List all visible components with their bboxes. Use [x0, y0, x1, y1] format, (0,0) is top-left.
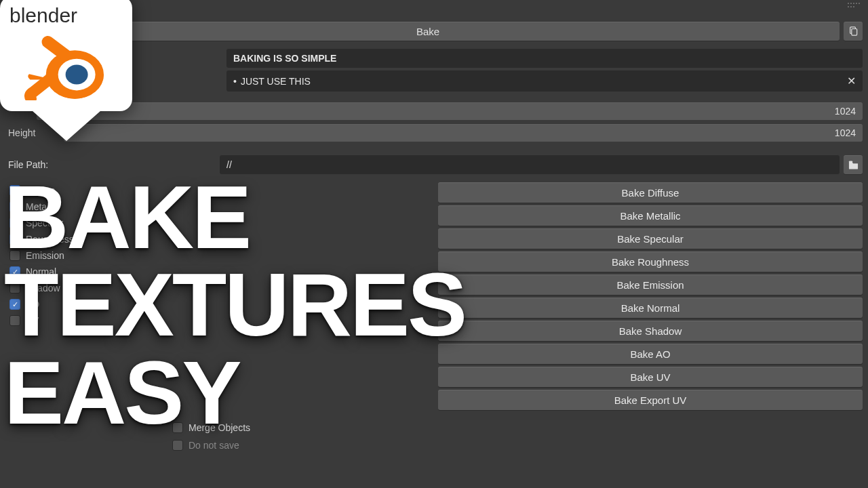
notice-title: BAKING IS SO SIMPLE — [226, 49, 863, 68]
browse-folder-button[interactable] — [844, 155, 863, 174]
channel-row-diffuse[interactable]: ✓Diffuse — [5, 184, 430, 197]
checkbox-label: Metallic — [26, 201, 58, 212]
merge-label: Merge Objects — [189, 422, 250, 433]
checkbox[interactable]: ✓ — [9, 266, 20, 277]
channel-checkbox-list: ✓Diffuse✓Metallic✓Specular✓RoughnessEmis… — [5, 182, 430, 410]
bake-button[interactable]: Bake Normal — [438, 298, 863, 318]
width-input[interactable] — [37, 102, 863, 120]
merge-objects-row[interactable]: Merge Objects — [168, 421, 863, 434]
checkbox[interactable]: ✓ — [9, 201, 20, 212]
checkbox[interactable]: ✓ — [9, 185, 20, 196]
filepath-label: File Path: — [5, 159, 216, 170]
bake-button[interactable]: Bake Shadow — [438, 321, 863, 341]
notice-sub-row: •JUST USE THIS ✕ — [226, 70, 863, 92]
checkbox-label: Shadow — [26, 283, 60, 293]
bake-button[interactable]: Bake Export UV — [438, 390, 863, 410]
channel-row-ao[interactable]: ✓AO — [5, 298, 430, 311]
checkbox[interactable]: ✓ — [9, 218, 20, 228]
checkbox-label: Roughness — [26, 234, 74, 245]
nosave-label: Do not save — [189, 440, 239, 451]
close-icon[interactable]: ✕ — [847, 75, 856, 87]
bake-button-list: Bake DiffuseBake MetallicBake SpecularBa… — [438, 182, 863, 410]
bake-button[interactable]: Bake AO — [438, 344, 863, 364]
checkbox-label: Normal — [26, 266, 56, 277]
svg-rect-1 — [852, 29, 857, 36]
checkbox[interactable] — [9, 250, 20, 261]
channel-row-emission[interactable]: Emission — [5, 249, 430, 262]
bake-button[interactable]: Bake Roughness — [438, 251, 863, 272]
svg-rect-2 — [848, 161, 852, 163]
checkbox-label: UV — [26, 315, 39, 326]
channel-row-normal[interactable]: ✓Normal — [5, 265, 430, 279]
bake-button[interactable]: Bake Diffuse — [438, 182, 863, 203]
channel-row-shadow[interactable]: Shadow — [5, 281, 430, 295]
channel-row-uv[interactable]: UV — [5, 314, 430, 327]
height-input[interactable] — [64, 124, 863, 142]
channel-row-specular[interactable]: ✓Specular — [5, 216, 430, 230]
copy-icon — [848, 26, 858, 36]
checkbox-label: Specular — [26, 218, 63, 228]
bake-header-button[interactable]: Bake — [16, 22, 840, 41]
bake-button[interactable]: Bake Specular — [438, 228, 863, 249]
blender-logo-icon — [16, 30, 117, 104]
checkbox-label: Emission — [26, 250, 64, 261]
checkbox[interactable]: ✓ — [9, 299, 20, 310]
checkbox[interactable]: ✓ — [9, 234, 20, 245]
svg-point-5 — [65, 65, 87, 85]
checkbox-label: AO — [26, 299, 39, 310]
channel-row-roughness[interactable]: ✓Roughness — [5, 232, 430, 246]
checkbox-label: Diffuse — [26, 185, 55, 196]
filepath-input[interactable] — [220, 155, 840, 174]
bake-button[interactable]: Bake Emission — [438, 274, 863, 295]
notice-sub-text: JUST USE THIS — [241, 76, 311, 87]
folder-icon — [848, 160, 859, 169]
bake-button[interactable]: Bake Metallic — [438, 205, 863, 226]
checkbox[interactable] — [9, 315, 20, 326]
bake-button[interactable]: Bake UV — [438, 367, 863, 387]
checkbox[interactable] — [9, 283, 20, 293]
blender-badge: blender — [0, 0, 136, 148]
channel-row-metallic[interactable]: ✓Metallic — [5, 200, 430, 214]
nosave-checkbox — [172, 440, 183, 451]
merge-checkbox[interactable] — [172, 422, 183, 433]
panel-grip-icon[interactable] — [848, 3, 861, 8]
do-not-save-row: Do not save — [168, 439, 863, 452]
presets-icon-button[interactable] — [844, 22, 863, 41]
blender-wordmark: blender — [9, 4, 123, 27]
